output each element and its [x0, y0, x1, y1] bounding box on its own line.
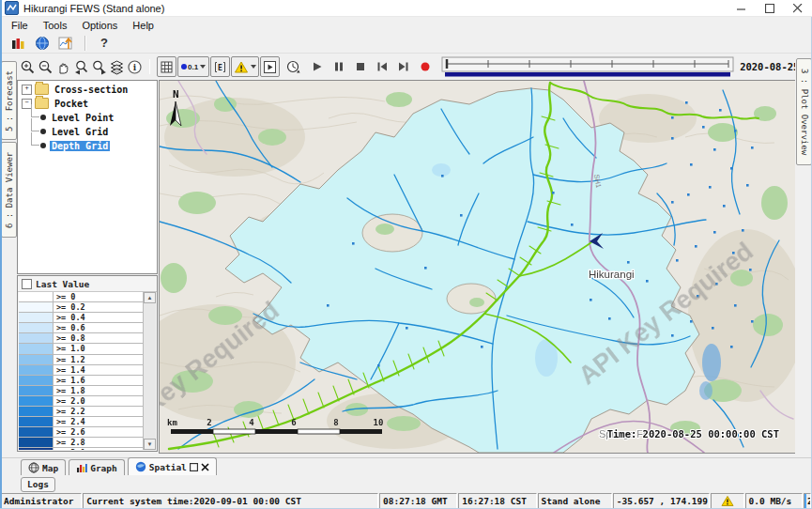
- main-toolbar: ?: [0, 33, 812, 54]
- legend-row[interactable]: >= 0.2: [19, 302, 144, 313]
- status-warning[interactable]: [711, 493, 744, 509]
- legend-swatch: [19, 344, 54, 353]
- legend-row[interactable]: >= 2.2: [19, 407, 144, 417]
- legend-row[interactable]: >= 0.4: [19, 313, 144, 323]
- pan-hand-icon[interactable]: [54, 57, 72, 76]
- legend-panel: Last Value >= 0 >= 0.2 >= 0.4 >= 0.6 >= …: [17, 275, 158, 452]
- tab-map[interactable]: Map: [21, 459, 66, 475]
- last-value-label: Last Value: [36, 279, 89, 289]
- step-back-button[interactable]: [373, 57, 391, 76]
- zoom-next-icon[interactable]: [90, 57, 108, 76]
- grid-toggle-button[interactable]: [157, 56, 176, 77]
- last-value-checkbox[interactable]: [22, 279, 32, 289]
- tab-forecast[interactable]: 5 : Forecast: [1, 61, 17, 140]
- legend-row[interactable]: >= 3.0: [19, 448, 144, 450]
- tree-node-label: Level Grid: [50, 127, 110, 137]
- stop-button[interactable]: [351, 57, 369, 76]
- legend-row[interactable]: >= 0.8: [19, 333, 144, 344]
- restore-window-icon[interactable]: [190, 463, 198, 471]
- label-toggle-button[interactable]: E: [210, 56, 230, 77]
- minimize-button[interactable]: [728, 0, 756, 17]
- status-coordinates: -35.657 , 174.199: [613, 493, 710, 509]
- legend-row[interactable]: >= 1.6: [19, 376, 144, 386]
- status-download-rate: 0.0 MB/s: [745, 493, 803, 509]
- tree-node-depth-grid[interactable]: Depth Grid: [18, 140, 157, 151]
- tab-spatial[interactable]: Spatial: [128, 457, 217, 475]
- right-dock-strip: 3 : Plot Overview: [795, 54, 812, 457]
- pause-button[interactable]: [329, 57, 347, 76]
- legend-swatch: [19, 292, 54, 301]
- tree-node-label: Pocket: [53, 99, 90, 109]
- contour-interval-value: 0.1: [188, 63, 198, 71]
- legend-label: >= 1.8: [54, 386, 144, 395]
- legend-swatch: [19, 386, 54, 395]
- scroll-up-icon[interactable]: ▲: [144, 292, 156, 303]
- maximize-button[interactable]: [756, 0, 784, 17]
- bottom-tab-bar: Map Graph Spatial: [0, 457, 812, 475]
- bullet-icon: [40, 129, 46, 134]
- menu-file[interactable]: File: [4, 19, 36, 32]
- app-icon: [5, 1, 19, 15]
- close-button[interactable]: [784, 0, 812, 17]
- tab-plot-overview[interactable]: 3 : Plot Overview: [796, 58, 812, 165]
- tab-graph[interactable]: Graph: [69, 459, 125, 475]
- legend-scrollbar[interactable]: ▲ ▼: [143, 292, 156, 450]
- thresholds-dropdown[interactable]: [231, 56, 259, 77]
- map-display-icon[interactable]: [30, 34, 54, 53]
- menu-help[interactable]: Help: [125, 19, 161, 32]
- tree-node-cross-section[interactable]: + Cross-section: [18, 84, 157, 95]
- legend-row[interactable]: >= 0: [19, 292, 144, 302]
- tab-graph-label: Graph: [90, 463, 117, 473]
- legend-row[interactable]: >= 2.8: [19, 438, 144, 448]
- tree-node-label: Cross-section: [53, 85, 130, 95]
- movie-player-button[interactable]: [260, 56, 280, 77]
- legend-label: >= 3.0: [54, 448, 144, 450]
- tree-node-label-selected: Depth Grid: [50, 141, 110, 151]
- wire-globe-icon: [28, 462, 39, 473]
- left-dock-strip: 5 : Forecast 6 : Data Viewer: [0, 54, 17, 457]
- record-button[interactable]: [416, 57, 434, 76]
- status-user: Administrator: [0, 493, 82, 509]
- time-slider[interactable]: [441, 56, 734, 77]
- layers-icon[interactable]: [108, 57, 126, 76]
- step-forward-button[interactable]: [394, 57, 412, 76]
- legend-row[interactable]: >= 1.8: [19, 386, 144, 396]
- menu-tools[interactable]: Tools: [36, 19, 75, 32]
- play-button[interactable]: [308, 57, 326, 76]
- legend-label: >= 0: [54, 292, 144, 301]
- tab-logs[interactable]: Logs: [21, 477, 55, 492]
- legend-row[interactable]: >= 2.4: [19, 417, 144, 427]
- tab-data-viewer[interactable]: 6 : Data Viewer: [1, 142, 17, 238]
- zoom-out-icon[interactable]: [37, 57, 54, 76]
- zoom-previous-icon[interactable]: [72, 57, 90, 76]
- legend-row[interactable]: >= 2.0: [19, 396, 144, 407]
- scroll-down-icon[interactable]: ▼: [144, 439, 156, 450]
- legend-row[interactable]: >= 1.2: [19, 355, 144, 365]
- help-button[interactable]: ?: [92, 34, 116, 53]
- window-title: Hikurangi FEWS (Stand alone): [23, 3, 164, 14]
- animation-clock-icon[interactable]: [284, 57, 302, 76]
- tab-map-label: Map: [42, 463, 58, 473]
- legend-row[interactable]: >= 0.6: [19, 323, 144, 333]
- tree-branch-line: [31, 132, 40, 146]
- window-border-left: [0, 0, 2, 509]
- expand-icon[interactable]: +: [22, 85, 32, 95]
- map-view[interactable]: API Key Required API Key Required SH1 Hi…: [159, 80, 797, 454]
- menu-options[interactable]: Options: [74, 19, 125, 32]
- legend-row[interactable]: >= 2.6: [19, 427, 144, 438]
- timeseries-display-icon[interactable]: [54, 34, 79, 53]
- database-icon[interactable]: [6, 34, 30, 53]
- zoom-in-icon[interactable]: [19, 57, 37, 76]
- chevron-down-icon: [251, 65, 256, 69]
- legend-swatch: [19, 302, 54, 312]
- legend-row[interactable]: >= 1.0: [19, 344, 144, 354]
- legend-label: >= 1.2: [54, 355, 144, 364]
- tree-branch-line: [31, 104, 40, 117]
- info-icon[interactable]: i: [126, 57, 144, 76]
- contour-interval-dropdown[interactable]: 0.1: [177, 56, 209, 77]
- legend-label: >= 2.8: [54, 438, 144, 447]
- map-canvas: API Key Required API Key Required SH1 Hi…: [160, 81, 796, 453]
- legend-swatch: [19, 323, 54, 332]
- close-tab-icon[interactable]: [201, 463, 209, 471]
- legend-row[interactable]: >= 1.4: [19, 365, 144, 376]
